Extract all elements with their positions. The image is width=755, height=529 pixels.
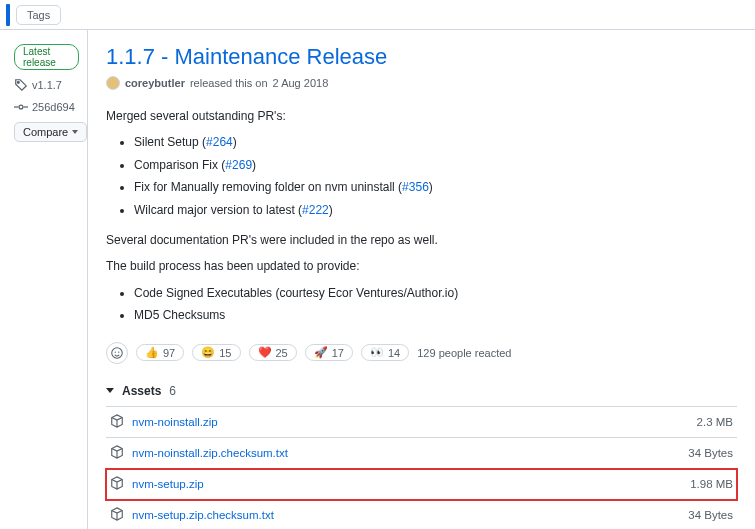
reaction-pill[interactable]: 🚀17 [305, 344, 353, 361]
reaction-count: 25 [276, 347, 288, 359]
doc-note: Several documentation PR's were included… [106, 230, 737, 250]
asset-size: 34 Bytes [688, 509, 733, 521]
release-body: Merged several outstanding PR's: Silent … [106, 106, 737, 326]
asset-link[interactable]: nvm-setup.zip [132, 478, 204, 490]
list-item: Fix for Manually removing folder on nvm … [134, 177, 737, 197]
asset-row: nvm-noinstall.zip2.3 MB [106, 407, 737, 438]
release-title[interactable]: 1.1.7 - Maintenance Release [106, 44, 737, 70]
asset-size: 34 Bytes [688, 447, 733, 459]
latest-release-badge: Latest release [14, 44, 79, 70]
asset-link[interactable]: nvm-noinstall.zip [132, 416, 218, 428]
asset-row: nvm-noinstall.zip.checksum.txt34 Bytes [106, 438, 737, 469]
compare-label: Compare [23, 126, 68, 138]
reaction-count: 14 [388, 347, 400, 359]
version-text: v1.1.7 [32, 79, 62, 91]
reactions-container: 👍97😄15❤️25🚀17👀14 [136, 344, 409, 361]
issue-link[interactable]: #264 [206, 135, 233, 149]
reaction-emoji: 🚀 [314, 346, 328, 359]
add-reaction-button[interactable] [106, 342, 128, 364]
tab-tags[interactable]: Tags [16, 5, 61, 25]
svg-point-0 [18, 82, 20, 84]
issue-link[interactable]: #356 [402, 180, 429, 194]
list-item: MD5 Checksums [134, 305, 737, 325]
reaction-emoji: ❤️ [258, 346, 272, 359]
reaction-pill[interactable]: 😄15 [192, 344, 240, 361]
svg-point-5 [115, 351, 116, 352]
released-prefix: released this on [190, 77, 268, 89]
tab-bar: Tags [0, 0, 755, 30]
reaction-pill[interactable]: ❤️25 [249, 344, 297, 361]
list-item: Silent Setup (#264) [134, 132, 737, 152]
asset-row: nvm-setup.zip1.98 MB [106, 469, 737, 500]
asset-link[interactable]: nvm-noinstall.zip.checksum.txt [132, 447, 288, 459]
release-sidebar: Latest release v1.1.7 256d694 Compare [0, 30, 88, 529]
commit-row[interactable]: 256d694 [14, 100, 75, 114]
build-note: The build process has been updated to pr… [106, 256, 737, 276]
avatar[interactable] [106, 76, 120, 90]
package-icon [110, 507, 124, 523]
compare-button[interactable]: Compare [14, 122, 87, 142]
svg-point-1 [19, 105, 23, 109]
commit-sha: 256d694 [32, 101, 75, 113]
reaction-emoji: 👍 [145, 346, 159, 359]
assets-label: Assets [122, 384, 161, 398]
reaction-pill[interactable]: 👀14 [361, 344, 409, 361]
commit-icon [14, 100, 28, 114]
pr-list: Silent Setup (#264)Comparison Fix (#269)… [106, 132, 737, 220]
package-icon [110, 414, 124, 430]
smiley-icon [110, 346, 124, 360]
asset-size: 1.98 MB [690, 478, 733, 490]
reaction-emoji: 👀 [370, 346, 384, 359]
reaction-summary: 129 people reacted [417, 347, 511, 359]
reaction-count: 17 [332, 347, 344, 359]
asset-row: nvm-setup.zip.checksum.txt34 Bytes [106, 500, 737, 529]
asset-list: nvm-noinstall.zip2.3 MBnvm-noinstall.zip… [106, 406, 737, 529]
build-list: Code Signed Executables (courtesy Ecor V… [106, 283, 737, 326]
assets-header[interactable]: Assets 6 [106, 384, 737, 398]
chevron-down-icon [106, 388, 114, 393]
reaction-emoji: 😄 [201, 346, 215, 359]
package-icon [110, 445, 124, 461]
assets-count: 6 [169, 384, 176, 398]
reaction-pill[interactable]: 👍97 [136, 344, 184, 361]
issue-link[interactable]: #222 [302, 203, 329, 217]
list-item: Comparison Fix (#269) [134, 155, 737, 175]
release-main: 1.1.7 - Maintenance Release coreybutler … [88, 30, 755, 529]
list-item: Code Signed Executables (courtesy Ecor V… [134, 283, 737, 303]
author-name[interactable]: coreybutler [125, 77, 185, 89]
asset-size: 2.3 MB [697, 416, 733, 428]
intro-text: Merged several outstanding PR's: [106, 106, 737, 126]
chevron-down-icon [72, 130, 78, 134]
released-date: 2 Aug 2018 [273, 77, 329, 89]
reaction-count: 97 [163, 347, 175, 359]
svg-point-4 [112, 347, 123, 358]
release-author-row: coreybutler released this on 2 Aug 2018 [106, 76, 737, 90]
reaction-count: 15 [219, 347, 231, 359]
reaction-bar: 👍97😄15❤️25🚀17👀14 129 people reacted [106, 338, 737, 364]
issue-link[interactable]: #269 [225, 158, 252, 172]
list-item: Wilcard major version to latest (#222) [134, 200, 737, 220]
package-icon [110, 476, 124, 492]
active-tab-indicator [6, 4, 10, 26]
svg-point-6 [118, 351, 119, 352]
tag-row[interactable]: v1.1.7 [14, 78, 62, 92]
tag-icon [14, 78, 28, 92]
asset-link[interactable]: nvm-setup.zip.checksum.txt [132, 509, 274, 521]
